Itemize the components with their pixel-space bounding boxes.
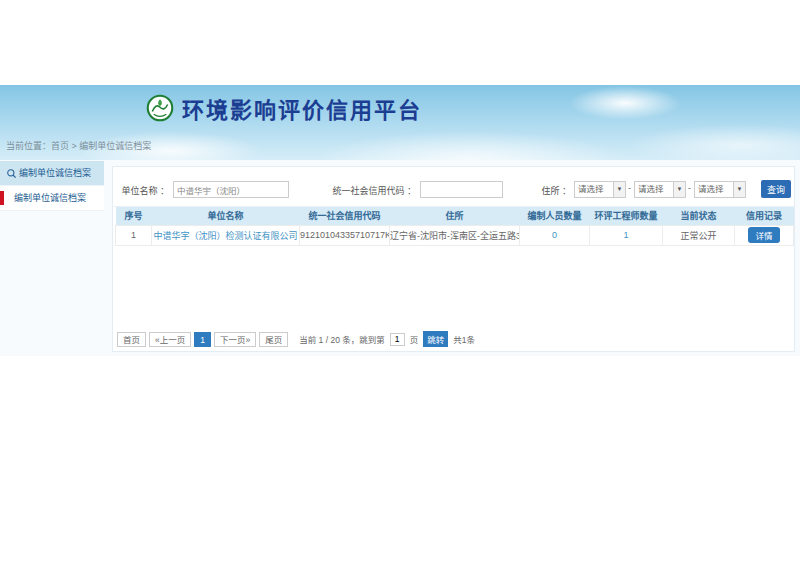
cell-credit-code: 91210104335710717K bbox=[300, 225, 390, 245]
col-credit-record: 信用记录 bbox=[735, 207, 794, 225]
search-button[interactable]: 查询 bbox=[761, 180, 791, 198]
pagination-last-button[interactable]: 尾页 bbox=[259, 332, 288, 347]
main-panel: 单位名称 ： 统一社会信用代码 ： 住所 ： 请选择 ▼ - 请选择 ▼ - 请… bbox=[112, 166, 795, 352]
results-table: 序号 单位名称 统一社会信用代码 住所 编制人员数量 环评工程师数量 当前状态 … bbox=[115, 207, 794, 246]
person-search-icon bbox=[6, 168, 17, 179]
cell-index: 1 bbox=[116, 225, 152, 245]
page-title: 环境影响评价信用平台 bbox=[182, 92, 422, 124]
breadcrumb: 当前位置：首页 > 编制单位诚信档案 bbox=[6, 139, 151, 152]
pagination-info: 当前 1 / 20 条，跳到第 bbox=[299, 333, 385, 345]
address-select-city[interactable]: 请选择 ▼ bbox=[634, 181, 686, 198]
page-jump-button[interactable]: 跳转 bbox=[423, 331, 448, 347]
mee-logo-icon bbox=[146, 94, 174, 122]
select-separator: - bbox=[688, 183, 691, 193]
col-engineer-count: 环评工程师数量 bbox=[590, 207, 663, 225]
cell-status: 正常公开 bbox=[663, 225, 735, 245]
chevron-down-icon: ▼ bbox=[733, 182, 745, 197]
pagination-next-button[interactable]: 下一页» bbox=[214, 332, 256, 347]
sidebar: 编制单位诚信档案 编制单位诚信档案 bbox=[0, 161, 104, 211]
chevron-down-icon: ▼ bbox=[613, 182, 625, 197]
engineer-count-link[interactable]: 1 bbox=[623, 230, 628, 240]
cell-engineer-count: 1 bbox=[590, 225, 663, 245]
red-marker bbox=[0, 191, 4, 205]
page-jump-input[interactable] bbox=[390, 333, 405, 346]
unit-name-input[interactable] bbox=[173, 181, 289, 198]
pagination-first-button[interactable]: 首页 bbox=[117, 332, 146, 347]
pagination-page-word: 页 bbox=[410, 333, 419, 345]
detail-button[interactable]: 详情 bbox=[748, 227, 779, 243]
pagination-total: 共1条 bbox=[453, 333, 475, 345]
unit-name-link[interactable]: 中谱华宇（沈阳）检测认证有限公司 bbox=[153, 231, 297, 241]
cell-address: 辽宁省-沈阳市-浑南区-全运五路35-1号楼902 bbox=[390, 225, 520, 245]
chevron-down-icon: ▼ bbox=[673, 182, 685, 197]
cell-staff-count: 0 bbox=[520, 225, 590, 245]
table-header-row: 序号 单位名称 统一社会信用代码 住所 编制人员数量 环评工程师数量 当前状态 … bbox=[116, 207, 794, 225]
brand: 环境影响评价信用平台 bbox=[146, 92, 422, 124]
unit-name-label: 单位名称 ： bbox=[119, 183, 169, 199]
col-address: 住所 bbox=[390, 207, 520, 225]
pagination-prev-button[interactable]: «上一页 bbox=[149, 332, 191, 347]
pagination: 首页 «上一页 1 下一页» 尾页 当前 1 / 20 条，跳到第 页 跳转 共… bbox=[117, 331, 475, 347]
sidebar-item-unit-credit-archive-active[interactable]: 编制单位诚信档案 bbox=[0, 161, 104, 186]
credit-code-label: 统一社会信用代码 ： bbox=[326, 183, 416, 199]
credit-code-input[interactable] bbox=[420, 181, 503, 198]
cell-unit-name: 中谱华宇（沈阳）检测认证有限公司 bbox=[152, 225, 300, 245]
header-band: 环境影响评价信用平台 当前位置：首页 > 编制单位诚信档案 bbox=[0, 85, 800, 160]
address-select-province[interactable]: 请选择 ▼ bbox=[574, 181, 626, 198]
pagination-page-1-button[interactable]: 1 bbox=[194, 332, 211, 347]
col-status: 当前状态 bbox=[663, 207, 735, 225]
cell-credit-record: 详情 bbox=[735, 225, 794, 245]
sidebar-item-label: 编制单位诚信档案 bbox=[0, 186, 86, 211]
sidebar-item-unit-credit-archive[interactable]: 编制单位诚信档案 bbox=[0, 186, 104, 211]
page: 环境影响评价信用平台 当前位置：首页 > 编制单位诚信档案 编制单位诚信档案 编… bbox=[0, 0, 800, 565]
col-unit-name: 单位名称 bbox=[152, 207, 300, 225]
staff-count-link[interactable]: 0 bbox=[552, 230, 557, 240]
address-label: 住所 ： bbox=[535, 183, 571, 199]
col-index: 序号 bbox=[116, 207, 152, 225]
address-select-district[interactable]: 请选择 ▼ bbox=[694, 181, 746, 198]
select-separator: - bbox=[628, 183, 631, 193]
col-staff-count: 编制人员数量 bbox=[520, 207, 590, 225]
table-row: 1 中谱华宇（沈阳）检测认证有限公司 91210104335710717K 辽宁… bbox=[116, 225, 794, 245]
col-credit-code: 统一社会信用代码 bbox=[300, 207, 390, 225]
